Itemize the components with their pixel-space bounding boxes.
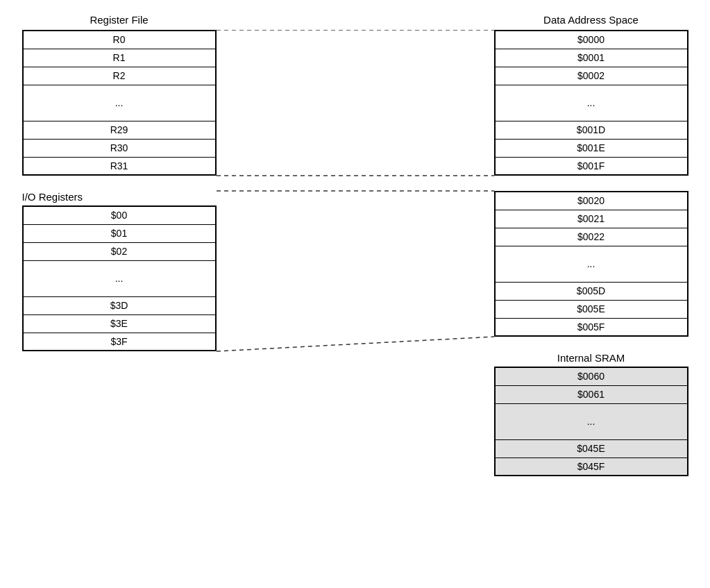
table-row: $0000 xyxy=(495,31,688,49)
cell-001d: $001D xyxy=(495,121,688,139)
table-row: $0021 xyxy=(495,210,688,228)
table-row: $0060 xyxy=(495,367,688,385)
cell-r30: R30 xyxy=(23,139,216,157)
table-row: ... xyxy=(495,246,688,282)
register-file-section: R0 R1 R2 ... R29 R30 R31 xyxy=(22,30,217,176)
sram-section: Internal SRAM $0060 $0061 ... $045E $045… xyxy=(494,352,688,476)
cell-045f: $045F xyxy=(495,457,688,476)
cell-io-02: $02 xyxy=(23,242,216,260)
table-row: ... xyxy=(495,403,688,439)
diagram-wrapper: Register File Data Address Space R0 R1 R… xyxy=(22,14,688,476)
table-row: $0022 xyxy=(495,228,688,246)
table-row: ... xyxy=(23,260,216,296)
cell-0022: $0022 xyxy=(495,228,688,246)
io-registers-table: $00 $01 $02 ... $3D $3E $3F xyxy=(22,205,217,351)
table-row: $005D xyxy=(495,282,688,300)
table-row: $01 xyxy=(23,224,216,242)
table-row: $0002 xyxy=(495,67,688,85)
table-row: R30 xyxy=(23,139,216,157)
cell-ellipsis: ... xyxy=(495,85,688,121)
table-row: R31 xyxy=(23,157,216,175)
cell-io-3d: $3D xyxy=(23,296,216,314)
das-io-table: $0020 $0021 $0022 ... $005D $005E $005F xyxy=(494,191,688,337)
cell-io-01: $01 xyxy=(23,224,216,242)
cell-io-00: $00 xyxy=(23,206,216,224)
das-io-section: $0020 $0021 $0022 ... $005D $005E $005F xyxy=(494,191,688,337)
table-row: R29 xyxy=(23,121,216,139)
table-row: ... xyxy=(23,85,216,121)
io-registers-title: I/O Registers xyxy=(22,191,83,203)
cell-0002: $0002 xyxy=(495,67,688,85)
cell-0000: $0000 xyxy=(495,31,688,49)
cell-0060: $0060 xyxy=(495,367,688,385)
das-rf-section: $0000 $0001 $0002 ... $001D $001E $001F xyxy=(494,30,688,176)
main-diagram: R0 R1 R2 ... R29 R30 R31 I/O Registers xyxy=(22,30,688,476)
cell-005f: $005F xyxy=(495,318,688,336)
cell-r1: R1 xyxy=(23,49,216,67)
das-rf-table: $0000 $0001 $0002 ... $001D $001E $001F xyxy=(494,30,688,176)
io-registers-section: I/O Registers $00 $01 $02 ... $3D $3E $3… xyxy=(22,191,217,351)
table-row: R0 xyxy=(23,31,216,49)
table-row: $3F xyxy=(23,333,216,351)
register-file-table: R0 R1 R2 ... R29 R30 R31 xyxy=(22,30,217,176)
cell-r2: R2 xyxy=(23,67,216,85)
table-row: $045F xyxy=(495,457,688,476)
cell-005e: $005E xyxy=(495,300,688,318)
table-row: $02 xyxy=(23,242,216,260)
table-row: $00 xyxy=(23,206,216,224)
cell-ellipsis: ... xyxy=(495,246,688,282)
left-column: R0 R1 R2 ... R29 R30 R31 I/O Registers xyxy=(22,30,217,351)
cell-io-3f: $3F xyxy=(23,333,216,351)
table-row: R1 xyxy=(23,49,216,67)
cell-005d: $005D xyxy=(495,282,688,300)
cell-r31: R31 xyxy=(23,157,216,175)
sram-title: Internal SRAM xyxy=(557,352,625,364)
table-row: $0020 xyxy=(495,192,688,210)
table-row: $005E xyxy=(495,300,688,318)
cell-001e: $001E xyxy=(495,139,688,157)
table-row: $3E xyxy=(23,314,216,333)
table-row: $001F xyxy=(495,157,688,175)
table-row: ... xyxy=(495,85,688,121)
cell-0021: $0021 xyxy=(495,210,688,228)
cell-r0: R0 xyxy=(23,31,216,49)
table-row: $0001 xyxy=(495,49,688,67)
data-address-space-title: Data Address Space xyxy=(543,14,639,26)
table-row: $005F xyxy=(495,318,688,336)
cell-0061: $0061 xyxy=(495,385,688,403)
cell-r29: R29 xyxy=(23,121,216,139)
table-row: $0061 xyxy=(495,385,688,403)
cell-001f: $001F xyxy=(495,157,688,175)
cell-ellipsis: ... xyxy=(495,403,688,439)
register-file-title: Register File xyxy=(90,14,148,26)
sram-table: $0060 $0061 ... $045E $045F xyxy=(494,367,688,476)
table-row: $3D xyxy=(23,296,216,314)
cell-0001: $0001 xyxy=(495,49,688,67)
cell-045e: $045E xyxy=(495,439,688,457)
svg-line-3 xyxy=(217,337,494,351)
cell-0020: $0020 xyxy=(495,192,688,210)
table-row: $045E xyxy=(495,439,688,457)
table-row: $001E xyxy=(495,139,688,157)
cell-ellipsis: ... xyxy=(23,260,216,296)
table-row: $001D xyxy=(495,121,688,139)
right-column: $0000 $0001 $0002 ... $001D $001E $001F … xyxy=(494,30,688,476)
cell-io-3e: $3E xyxy=(23,314,216,333)
cell-ellipsis: ... xyxy=(23,85,216,121)
table-row: R2 xyxy=(23,67,216,85)
